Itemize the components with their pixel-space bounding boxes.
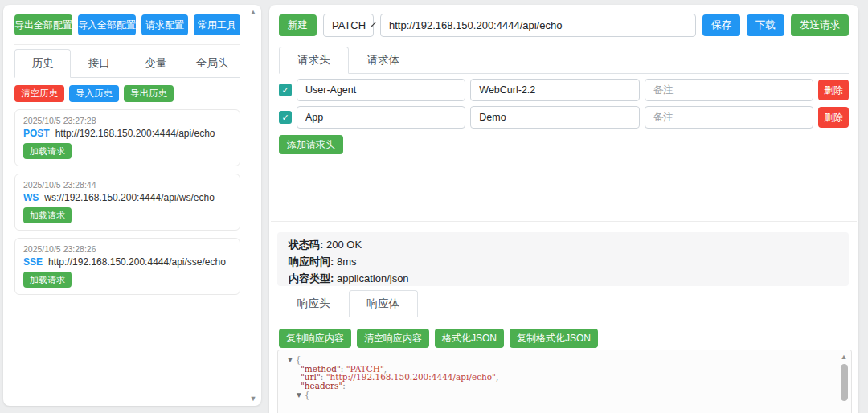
json-line: "url": "http://192.168.150.200:4444/api/…: [288, 373, 851, 382]
tab-interfaces[interactable]: 接口: [71, 49, 127, 78]
delete-header-button[interactable]: 删除: [818, 107, 849, 128]
history-item: 2025/10/5 23:27:28 POSThttp://192.168.15…: [14, 109, 240, 166]
response-scrollbar[interactable]: ▲: [839, 353, 849, 413]
method-select-value: PATCH: [332, 19, 366, 31]
request-tabs: 请求头 请求体: [279, 47, 849, 74]
scroll-up-icon[interactable]: ▲: [841, 353, 848, 361]
sidebar-tabs: 历史 接口 变量 全局头: [14, 49, 240, 78]
save-button[interactable]: 保存: [702, 14, 740, 36]
tab-request-headers[interactable]: 请求头: [279, 47, 349, 74]
tab-response-headers[interactable]: 响应头: [279, 290, 349, 317]
history-method: WS: [23, 192, 39, 203]
json-line: "headers":: [288, 382, 851, 391]
format-json-button[interactable]: 格式化JSON: [435, 329, 504, 348]
import-all-config-button[interactable]: 导入全部配置: [78, 14, 136, 35]
header-name-input[interactable]: [297, 79, 465, 101]
clear-history-button[interactable]: 清空历史: [14, 85, 64, 102]
response-status-box: 状态码: 200 OK 响应时间: 8ms 内容类型: application/…: [277, 232, 849, 286]
header-value-input[interactable]: [470, 79, 639, 101]
collapse-toggle-icon[interactable]: ▼: [297, 391, 301, 399]
collapse-toggle-icon[interactable]: ▼: [288, 356, 293, 363]
history-timestamp: 2025/10/5 23:28:44: [23, 180, 231, 190]
history-url: http://192.168.150.200:4444/api/sse/echo: [48, 256, 226, 268]
history-timestamp: 2025/10/5 23:28:26: [23, 244, 231, 254]
history-timestamp: 2025/10/5 23:27:28: [23, 116, 231, 125]
history-method: SSE: [23, 256, 43, 268]
export-history-button[interactable]: 导出历史: [124, 85, 174, 102]
status-code-label: 状态码:: [289, 239, 323, 251]
content-type-value: application/json: [337, 272, 409, 284]
json-line: ▼{: [288, 391, 851, 400]
scroll-down-icon[interactable]: ▼: [250, 395, 257, 403]
chevron-down-icon: [371, 22, 376, 27]
response-body-viewer: ▼{ "method": "PATCH", "url": "http://192…: [277, 350, 852, 413]
tab-variables[interactable]: 变量: [128, 49, 184, 78]
header-enabled-checkbox[interactable]: ✓: [279, 111, 292, 124]
content-type-label: 内容类型:: [289, 272, 334, 284]
history-list: 2025/10/5 23:27:28 POSThttp://192.168.15…: [14, 109, 240, 295]
new-request-button[interactable]: 新建: [279, 14, 317, 36]
request-toolbar: 新建 PATCH 保存 下载 发送请求: [279, 14, 849, 37]
status-code-value: 200 OK: [326, 239, 362, 251]
request-panel: 新建 PATCH 保存 下载 发送请求 请求头 请求体 ✓ 删除 ✓ 删除 添加…: [269, 5, 858, 413]
history-item: 2025/10/5 23:28:26 SSEhttp://192.168.150…: [14, 238, 240, 295]
header-name-input[interactable]: [297, 106, 465, 129]
history-method: POST: [23, 128, 50, 139]
header-note-input[interactable]: [645, 106, 813, 129]
config-button-row: 导出全部配置 导入全部配置 请求配置 常用工具: [14, 14, 240, 35]
method-select[interactable]: PATCH: [323, 14, 374, 37]
load-request-button[interactable]: 加载请求: [23, 143, 72, 159]
add-header-button[interactable]: 添加请求头: [279, 135, 343, 154]
header-row: ✓ 删除: [279, 106, 849, 129]
delete-header-button[interactable]: 删除: [818, 80, 849, 100]
sidebar-panel: 导出全部配置 导入全部配置 请求配置 常用工具 历史 接口 变量 全局头 清空历…: [3, 5, 261, 406]
export-all-config-button[interactable]: 导出全部配置: [14, 14, 72, 35]
tab-history[interactable]: 历史: [14, 49, 71, 78]
check-icon: ✓: [281, 112, 289, 123]
scroll-up-icon[interactable]: ▲: [250, 8, 257, 16]
request-config-button[interactable]: 请求配置: [141, 14, 188, 35]
import-history-button[interactable]: 导入历史: [69, 85, 119, 102]
empty-space: [269, 154, 858, 221]
header-note-input[interactable]: [645, 79, 813, 101]
history-url: ws://192.168.150.200:4444/api/ws/echo: [44, 192, 215, 203]
check-icon: ✓: [281, 85, 289, 96]
load-request-button[interactable]: 加载请求: [23, 207, 72, 223]
tab-global-headers[interactable]: 全局头: [184, 49, 240, 78]
response-divider: [271, 221, 857, 222]
response-time-label: 响应时间:: [289, 256, 334, 268]
load-request-button[interactable]: 加载请求: [23, 272, 72, 288]
sidebar-divider: [14, 44, 240, 45]
download-button[interactable]: 下载: [747, 14, 784, 36]
send-request-button[interactable]: 发送请求: [791, 14, 849, 36]
history-item: 2025/10/5 23:28:44 WSws://192.168.150.20…: [14, 174, 240, 231]
url-input[interactable]: [380, 14, 696, 37]
clear-response-button[interactable]: 清空响应内容: [357, 329, 429, 348]
sidebar-scrollbar[interactable]: ▲ ▼: [248, 8, 259, 403]
response-time-value: 8ms: [337, 256, 357, 268]
history-action-row: 清空历史 导入历史 导出历史: [14, 85, 240, 102]
response-action-row: 复制响应内容 清空响应内容 格式化JSON 复制格式化JSON: [279, 329, 849, 348]
header-enabled-checkbox[interactable]: ✓: [279, 84, 292, 96]
copy-formatted-json-button[interactable]: 复制格式化JSON: [510, 329, 598, 348]
tab-response-body[interactable]: 响应体: [349, 290, 419, 317]
scrollbar-thumb[interactable]: [841, 364, 848, 401]
history-url: http://192.168.150.200:4444/api/echo: [55, 128, 215, 139]
common-tools-button[interactable]: 常用工具: [194, 14, 240, 35]
header-value-input[interactable]: [470, 106, 639, 129]
copy-response-button[interactable]: 复制响应内容: [279, 329, 351, 348]
response-tabs: 响应头 响应体: [279, 290, 849, 317]
tab-request-body[interactable]: 请求体: [349, 47, 419, 74]
header-row: ✓ 删除: [279, 79, 849, 101]
